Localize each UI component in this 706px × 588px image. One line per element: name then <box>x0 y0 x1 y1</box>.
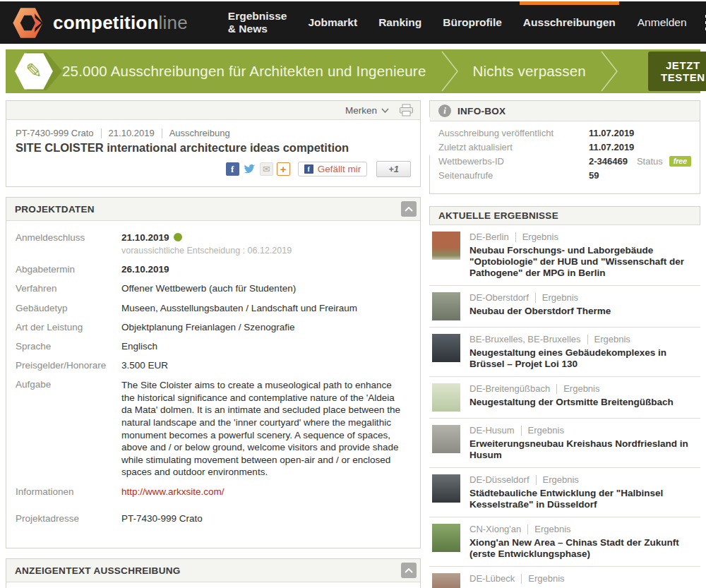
result-thumbnail <box>432 425 460 453</box>
section-title: ANZEIGENTEXT AUSSCHREIBUNG <box>15 565 181 576</box>
status-dot-green <box>174 233 182 241</box>
facebook-icon: f <box>304 164 313 174</box>
result-item[interactable]: DE-OberstdorfErgebnis Neubau der Oberstd… <box>429 286 700 328</box>
result-thumbnail <box>432 573 460 588</box>
result-location: DE-Breitengüßbach <box>469 383 550 395</box>
main-nav: Ergebnisse & News Jobmarkt Ranking Bürop… <box>217 1 626 44</box>
like-label: Gefällt mir <box>318 164 361 174</box>
anzeigentext-header: ANZEIGENTEXT AUSSCHREIBUNG <box>6 559 420 582</box>
breadcrumb-date: 21.10.2019 <box>109 128 155 138</box>
anzeigentext-section: ANZEIGENTEXT AUSSCHREIBUNG Liegt nicht v… <box>6 558 421 588</box>
ergebnisse-list: DE-BerlinErgebnis Neubau Forschungs- und… <box>429 225 700 588</box>
merken-dropdown[interactable]: Merken <box>345 105 389 116</box>
result-tag: Ergebnis <box>543 474 579 486</box>
result-item[interactable]: DE-BreitengüßbachErgebnis Neugestaltung … <box>429 377 700 419</box>
facebook-share-icon[interactable]: f <box>226 162 239 176</box>
field-gebaeudetyp: Gebäudetyp Museen, Ausstellungsbauten / … <box>16 303 411 314</box>
field-informationen: Informationen http://www.arkxsite.com/ <box>16 486 411 498</box>
result-title[interactable]: Neugestaltung eines Gebäudekomplexes in … <box>469 347 699 370</box>
result-item[interactable]: DE-BerlinErgebnis Neubau Forschungs- und… <box>429 225 700 286</box>
collapse-icon[interactable] <box>401 201 417 217</box>
email-share-icon[interactable]: ✉ <box>260 162 273 176</box>
competition-header-card: Merken PT-7430-999 Crato 21.10.2019 <box>6 100 421 187</box>
field-projektadresse: Projektadresse PT-7430-999 Crato <box>16 513 411 524</box>
nav-jobmarkt[interactable]: Jobmarkt <box>297 1 368 44</box>
status-label: Status <box>637 156 663 167</box>
page-title: SITE CLOISTER international architecture… <box>16 141 411 155</box>
projektdaten-section: PROJEKTDATEN Anmeldeschluss 21.10.2019 v… <box>6 197 421 548</box>
result-item[interactable]: CN-Xiong'anErgebnis Xiong'an New Area – … <box>429 517 700 567</box>
chevron-separator-icon <box>441 51 459 92</box>
result-title[interactable]: Xiong'an New Area – Chinas Stadt der Zuk… <box>469 537 699 560</box>
chevron-down-icon <box>381 108 389 113</box>
result-item[interactable]: DE-LübeckErgebnis Neubau eines Hotels au… <box>429 567 700 588</box>
competitionline-logo-icon <box>11 6 44 40</box>
jetzt-testen-button[interactable]: JETZT TESTEN ❯ <box>648 52 706 91</box>
logo[interactable]: competitionline <box>11 6 188 40</box>
share-more-icon[interactable]: + <box>277 162 290 176</box>
result-thumbnail <box>432 474 460 503</box>
result-thumbnail <box>432 524 460 552</box>
result-thumbnail <box>432 334 460 362</box>
info-row-seitenaufrufe: Seitenaufrufe 59 <box>438 170 691 181</box>
top-navbar: competitionline Ergebnisse & News Jobmar… <box>0 1 706 44</box>
result-tag: Ergebnis <box>528 425 564 436</box>
result-tag: Ergebnis <box>534 524 570 535</box>
pencil-icon: ✎ <box>25 61 42 81</box>
facebook-like-button[interactable]: f Gefällt mir <box>298 162 368 176</box>
result-title[interactable]: Städtebauliche Entwicklung der "Halbinse… <box>469 488 699 510</box>
status-badge: free <box>669 156 691 167</box>
projektdaten-header: PROJEKTDATEN <box>6 198 420 221</box>
result-title[interactable]: Neugestaltung der Ortsmitte Breitengüßba… <box>469 397 674 408</box>
result-title[interactable]: Erweiterungsneubau Kreishaus Nordfriesla… <box>469 438 699 461</box>
logo-text-bold: competition <box>53 12 159 33</box>
result-item[interactable]: DE-DüsseldorfErgebnis Städtebauliche Ent… <box>429 468 700 517</box>
twitter-share-icon[interactable] <box>243 162 256 176</box>
info-box-header: i INFO-BOX <box>430 101 700 121</box>
social-share-row: f ✉ + f Gefällt mir +1 <box>16 161 411 177</box>
nav-ausschreibungen[interactable]: Ausschreibungen <box>513 1 626 44</box>
result-thumbnail <box>432 232 460 260</box>
result-thumbnail <box>432 292 460 320</box>
result-thumbnail <box>432 383 460 412</box>
info-row-wettbewerbs-id: Wettbewerbs-ID 2-346469 Status free <box>438 156 691 167</box>
info-row-aktualisiert: Zuletzt aktualisiert 11.07.2019 <box>438 142 691 152</box>
result-item[interactable]: BE-Bruxelles, BE-BruxellesErgebnis Neuge… <box>429 328 700 377</box>
result-item[interactable]: DE-HusumErgebnis Erweiterungsneubau Krei… <box>429 419 700 468</box>
cta-label: JETZT TESTEN <box>661 59 705 83</box>
result-tag: Ergebnis <box>528 573 564 584</box>
result-location: DE-Düsseldorf <box>469 474 530 486</box>
banner-headline: 25.000 Ausschreibungen für Architekten u… <box>62 63 426 80</box>
merken-label: Merken <box>345 105 377 116</box>
breadcrumb-type: Ausschreibung <box>169 128 230 138</box>
collapse-icon[interactable] <box>401 563 417 578</box>
page: competitionline Ergebnisse & News Jobmar… <box>0 0 706 588</box>
field-art-der-leistung: Art der Leistung Objektplanung Freianlag… <box>16 322 411 333</box>
info-url-link[interactable]: http://www.arkxsite.com/ <box>121 486 225 497</box>
logo-text-light: line <box>159 12 188 33</box>
field-verfahren: Verfahren Offener Wettbewerb (auch für S… <box>16 283 411 294</box>
field-aufgabe: Aufgabe The Site Cloister aims to create… <box>16 379 411 478</box>
logo-text: competitionline <box>53 12 188 34</box>
promo-banner: ✎ 25.000 Ausschreibungen für Architekten… <box>6 49 700 93</box>
nav-ergebnisse-news[interactable]: Ergebnisse & News <box>217 1 298 44</box>
result-title[interactable]: Neubau der Oberstdorf Therme <box>469 306 611 317</box>
result-tag: Ergebnis <box>594 334 630 345</box>
section-title: AKTUELLE ERGEBNISSE <box>438 210 558 221</box>
google-plusone-button[interactable]: +1 <box>376 161 411 177</box>
result-location: DE-Berlin <box>469 232 509 243</box>
field-preisgelder: Preisgelder/Honorare 3.500 EUR <box>16 360 411 371</box>
anzeigentext-body: Liegt nicht vor. <box>6 582 420 588</box>
result-location: DE-Lübeck <box>469 573 515 584</box>
login-link[interactable]: Anmelden <box>638 16 687 29</box>
nav-ranking[interactable]: Ranking <box>368 1 432 44</box>
field-anmeldeschluss: Anmeldeschluss 21.10.2019 voraussichtlic… <box>16 232 411 256</box>
result-title[interactable]: Neubau Forschungs- und Laborgebäude "Opt… <box>469 245 699 279</box>
nav-bueroprofile[interactable]: Büroprofile <box>432 1 513 44</box>
result-tag: Ergebnis <box>542 292 578 304</box>
result-location: DE-Oberstdorf <box>469 292 529 304</box>
info-row-veroeffentlicht: Ausschreibung veröffentlicht 11.07.2019 <box>438 128 691 138</box>
print-icon[interactable] <box>399 104 414 116</box>
section-title: PROJEKTDATEN <box>15 204 95 215</box>
banner-subline: Nichts verpassen <box>473 63 586 80</box>
